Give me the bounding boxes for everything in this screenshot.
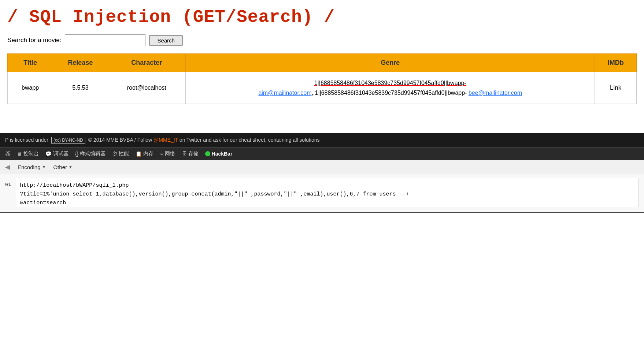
genre-text-blue1: aim@mailinator.com — [258, 90, 311, 96]
url-area: RL — [0, 174, 644, 213]
col-title: Title — [8, 54, 53, 72]
url-label: RL — [5, 182, 11, 187]
toolbar-item-debugger[interactable]: 💬 调试器 — [45, 150, 69, 157]
left-arrow-icon[interactable]: ◀ — [5, 163, 10, 171]
genre-line2: aim@mailinator.com,,1||6885858486f31043e… — [258, 90, 468, 96]
toolbar-label-memory: 内存 — [143, 150, 153, 157]
genre-text-red: 1||6885858486f31043e5839c735d99457f045af… — [314, 80, 466, 86]
console-icon: 🖥 — [17, 151, 22, 157]
main-content: / SQL Injection (GET/Search) / Search fo… — [0, 0, 644, 111]
toolbar-label-hackbar: HackBar — [212, 151, 233, 157]
footer-text-end: on Twitter and ask for our cheat sheet, … — [179, 137, 320, 143]
toolbar-item-memory[interactable]: 📋 内存 — [136, 150, 153, 157]
search-label: Search for a movie: — [7, 37, 61, 44]
memory-icon: 📋 — [136, 151, 142, 157]
toolbar-item-0[interactable]: 器 — [5, 150, 10, 157]
toolbar-item-perf[interactable]: ⏱ 性能 — [112, 150, 129, 157]
search-row: Search for a movie: Search — [7, 34, 637, 46]
col-genre: Genre — [186, 54, 595, 72]
toolbar-label-style: 样式编辑器 — [80, 150, 106, 157]
twitter-link[interactable]: @MME_IT — [153, 137, 178, 143]
toolbar-label-network: 网络 — [165, 150, 175, 157]
style-icon: {} — [75, 151, 78, 157]
footer-text-mid: © 2014 MME BVBA / Follow — [88, 137, 152, 143]
storage-icon: 🗄 — [182, 151, 187, 157]
toolbar-label-console: 控制台 — [23, 150, 39, 157]
genre-text-blue2: bee@mailinator.com — [469, 90, 522, 96]
debugger-icon: 💬 — [45, 151, 52, 157]
genre-line3: bee@mailinator.com — [469, 90, 522, 96]
genre-text-mid: ,1||6885858486f31043e5839c735d99457f045a… — [313, 90, 467, 96]
imdb-link[interactable]: Link — [610, 84, 621, 91]
hackbar-options-row: ◀ Encoding ▼ Other ▼ — [0, 160, 644, 174]
toolbar-item-network[interactable]: ≡ 网络 — [160, 150, 175, 157]
toolbar-item-console[interactable]: 🖥 控制台 — [17, 150, 39, 157]
cell-genre: 1||6885858486f31043e5839c735d99457f045af… — [186, 72, 595, 104]
other-label: Other — [53, 164, 67, 170]
table-header-row: Title Release Character Genre IMDb — [8, 54, 637, 72]
cell-imdb[interactable]: Link — [595, 72, 637, 104]
toolbar-item-storage[interactable]: 🗄 存储 — [182, 150, 199, 157]
search-input[interactable] — [65, 34, 145, 46]
col-character: Character — [108, 54, 186, 72]
col-release: Release — [53, 54, 108, 72]
network-icon: ≡ — [160, 151, 163, 157]
footer-bar: P is licensed under (cc) BY-NC-ND © 2014… — [0, 133, 644, 147]
toolbar-label-debugger: 调试器 — [53, 150, 69, 157]
encoding-label: Encoding — [18, 164, 41, 170]
dev-toolbar: 器 🖥 控制台 💬 调试器 {} 样式编辑器 ⏱ 性能 📋 内存 ≡ 网络 🗄 … — [0, 147, 644, 160]
cell-release: 5.5.53 — [53, 72, 108, 104]
page-title: / SQL Injection (GET/Search) / — [7, 4, 637, 27]
url-input[interactable] — [16, 178, 639, 207]
toolbar-item-hackbar[interactable]: HackBar — [205, 151, 233, 157]
genre-line1: 1||6885858486f31043e5839c735d99457f045af… — [192, 78, 588, 88]
cell-title: bwapp — [8, 72, 53, 104]
table-row: bwapp 5.5.53 root@localhost 1||688585848… — [8, 72, 637, 104]
encoding-caret: ▼ — [42, 165, 46, 169]
cell-character: root@localhost — [108, 72, 186, 104]
search-button[interactable]: Search — [149, 35, 183, 46]
results-table: Title Release Character Genre IMDb bwapp… — [7, 53, 637, 104]
perf-icon: ⏱ — [112, 151, 117, 157]
toolbar-label-storage: 存储 — [188, 150, 199, 157]
url-input-container — [16, 178, 639, 207]
other-dropdown[interactable]: Other ▼ — [53, 164, 72, 170]
encoding-dropdown[interactable]: Encoding ▼ — [18, 164, 46, 170]
col-imdb: IMDb — [595, 54, 637, 72]
toolbar-label-perf: 性能 — [119, 150, 129, 157]
hackbar-dot — [205, 151, 210, 156]
cc-badge: (cc) BY-NC-ND — [51, 137, 85, 144]
other-caret: ▼ — [69, 165, 73, 169]
footer-text-before: P is licensed under — [5, 137, 48, 143]
toolbar-label-0: 器 — [5, 150, 10, 157]
toolbar-item-style[interactable]: {} 样式编辑器 — [75, 150, 106, 157]
